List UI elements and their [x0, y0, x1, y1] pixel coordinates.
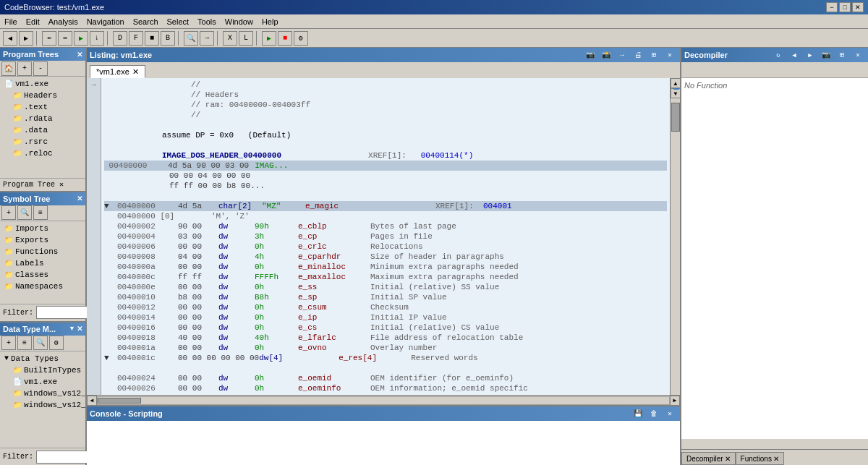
minimize-button[interactable]: −	[826, 2, 838, 12]
step-button[interactable]: ↓	[90, 31, 104, 46]
console-clear-button[interactable]: 🗑	[647, 406, 661, 421]
sym-imports[interactable]: 📁Imports	[1, 223, 84, 234]
scroll-right-button[interactable]: ▶	[670, 396, 680, 406]
scroll-thumb[interactable]	[671, 103, 680, 132]
tree-item-text[interactable]: 📁.text	[1, 101, 84, 113]
back-button[interactable]: ◀	[3, 31, 17, 46]
sym-functions[interactable]: 📁Functions	[1, 246, 84, 257]
tree-item-reloc[interactable]: 📁.reloc	[1, 148, 84, 159]
menu-select[interactable]: Select	[163, 16, 194, 27]
listing-camera2-button[interactable]: 📸	[599, 48, 613, 62]
dtm-expand-button[interactable]: ▼	[69, 325, 75, 333]
disassemble-button[interactable]: D	[113, 31, 127, 46]
listing-layout-button[interactable]: ⊞	[647, 48, 661, 62]
nav-prev-button[interactable]: ⬅	[42, 31, 56, 46]
scroll-up-button[interactable]: ▲	[671, 78, 680, 88]
dtm-sort-button[interactable]: ≡	[17, 336, 32, 350]
close-button[interactable]: ✕	[852, 2, 864, 12]
settings-button[interactable]: ⚙	[294, 31, 308, 46]
sym-exports[interactable]: 📁Exports	[1, 234, 84, 246]
xref-button[interactable]: X	[223, 31, 237, 46]
decompiler-refresh-button[interactable]: ↻	[771, 48, 786, 62]
scroll-h-track	[97, 396, 670, 405]
dt-vm1exe[interactable]: 📄vm1.exe	[1, 376, 84, 388]
function-button[interactable]: F	[129, 31, 143, 46]
code-line-cs: 00400016 00 00 dw 0h e_cs Initial (relat…	[104, 323, 667, 333]
program-trees-close[interactable]: ✕	[77, 51, 82, 59]
sym-labels[interactable]: 📁Labels	[1, 257, 84, 269]
code-line-cblp: 00400002 90 00 dw 90h e_cblp Bytes of la…	[104, 221, 667, 231]
dtm-filter-button[interactable]: 🔍	[33, 336, 48, 350]
code-line-ss: 0040000e 00 00 dw 0h e_ss Initial (relat…	[104, 282, 667, 292]
code-content[interactable]: // // Headers // ram: 00400000-004003ff …	[101, 78, 670, 395]
scroll-left-button[interactable]: ◀	[87, 396, 97, 406]
goto-button[interactable]: →	[200, 31, 214, 46]
symbol-tree-header: Symbol Tree ✕	[0, 192, 85, 205]
stop-button[interactable]: ■	[278, 31, 292, 46]
decompiler-toolbar	[681, 62, 868, 78]
folder-icon-reloc: 📁	[13, 149, 22, 158]
listing-goto-button[interactable]: →	[615, 48, 629, 62]
menu-search[interactable]: Search	[129, 16, 163, 27]
decompiler-snapshot-button[interactable]: 📷	[819, 48, 833, 62]
listing-snapshot-button[interactable]: 📷	[583, 48, 597, 62]
tree-add-button[interactable]: +	[17, 61, 32, 76]
maximize-button[interactable]: □	[839, 2, 851, 12]
search-mem-button[interactable]: 🔍	[184, 31, 198, 46]
console-close-button[interactable]: ✕	[663, 406, 677, 421]
sym-classes[interactable]: 📁Classes	[1, 269, 84, 281]
menu-tools[interactable]: Tools	[193, 16, 221, 27]
symbol-tree-close[interactable]: ✕	[77, 195, 82, 202]
sym-sort-button[interactable]: ≡	[33, 205, 48, 220]
dtm-add-button[interactable]: +	[1, 336, 16, 350]
dt-winvs1264[interactable]: 📁windows_vs12_64	[1, 399, 84, 411]
decompiler-tab[interactable]: Decompiler ✕	[681, 452, 736, 465]
tree-item-rsrc[interactable]: 📁.rsrc	[1, 136, 84, 148]
listing-tab-active[interactable]: *vm1.exe ✕	[90, 65, 145, 78]
dt-builtintypes[interactable]: 📁BuiltInTypes	[1, 364, 84, 376]
decompiler-close-button[interactable]: ✕	[851, 48, 865, 62]
dt-datatypes[interactable]: ▼Data Types	[1, 353, 84, 364]
functions-tab[interactable]: Functions ✕	[736, 452, 784, 465]
menu-edit[interactable]: Edit	[22, 16, 44, 27]
nav-next-button[interactable]: ➡	[58, 31, 72, 46]
run2-button[interactable]: ▶	[262, 31, 276, 46]
tree-item-data[interactable]: 📁.data	[1, 124, 84, 136]
menu-window[interactable]: Window	[221, 16, 258, 27]
dtm-settings-button[interactable]: ⚙	[49, 336, 64, 350]
code-line	[104, 120, 667, 130]
tree-home-button[interactable]: 🏠	[1, 61, 16, 76]
decompiler-layout-button[interactable]: ⊞	[835, 48, 849, 62]
scroll-down-button[interactable]: ▼	[671, 88, 680, 98]
listing-close-button[interactable]: ✕	[663, 48, 677, 62]
menu-help[interactable]: Help	[258, 16, 283, 27]
menu-analysis[interactable]: Analysis	[44, 16, 82, 27]
tree-delete-button[interactable]: -	[33, 61, 48, 76]
format-button[interactable]: ■	[145, 31, 159, 46]
menu-file[interactable]: File	[0, 16, 22, 27]
label-button[interactable]: L	[239, 31, 253, 46]
listing-scrollbar-vertical[interactable]: ▲ ▼	[670, 78, 680, 395]
decompiler-prev-button[interactable]: ◀	[787, 48, 801, 62]
dtm-close-button[interactable]: ✕	[77, 325, 82, 333]
bytes-button[interactable]: B	[161, 31, 175, 46]
dt-winvs1232[interactable]: 📁windows_vs12_32	[1, 388, 84, 399]
sym-filter-button[interactable]: 🔍	[17, 205, 32, 220]
listing-tab-label: *vm1.exe	[96, 67, 129, 76]
forward-button[interactable]: ▶	[19, 31, 33, 46]
sym-namespaces[interactable]: 📁Namespaces	[1, 281, 84, 292]
menu-navigation[interactable]: Navigation	[82, 16, 129, 27]
listing-print-button[interactable]: 🖨	[631, 48, 645, 62]
run-button[interactable]: ▶	[74, 31, 88, 46]
functions-tab-close[interactable]: ✕	[773, 455, 779, 463]
listing-scrollbar-horizontal[interactable]: ◀ ▶	[87, 395, 680, 405]
console-save-button[interactable]: 💾	[631, 406, 645, 421]
tree-item-rdata[interactable]: 📁.rdata	[1, 113, 84, 124]
scroll-h-thumb[interactable]	[98, 398, 141, 404]
decompiler-next-button[interactable]: ▶	[803, 48, 817, 62]
decompiler-tab-close[interactable]: ✕	[725, 455, 731, 463]
tree-item-headers[interactable]: 📁Headers	[1, 90, 84, 101]
sym-add-button[interactable]: +	[1, 205, 16, 220]
tree-item-vm1exe[interactable]: 📄vm1.exe	[1, 78, 84, 90]
listing-tab-close[interactable]: ✕	[132, 67, 139, 77]
